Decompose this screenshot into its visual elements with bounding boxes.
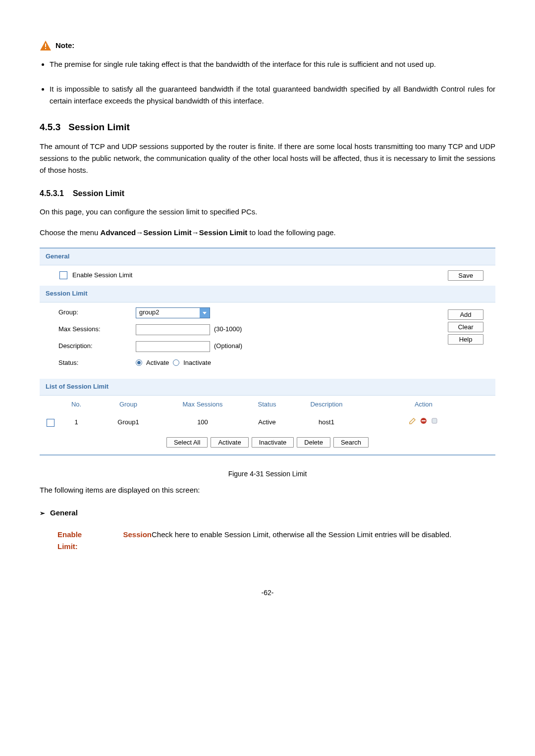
cell-no: 1 — [61, 417, 91, 428]
config-panel: General Enable Session Limit Save Sessio… — [40, 248, 495, 455]
status-label: Status: — [47, 358, 136, 368]
delete-button[interactable]: Delete — [297, 437, 330, 448]
subsection-number: 4.5.3.1 — [40, 189, 64, 198]
help-button[interactable]: Help — [448, 334, 483, 345]
menu-path-suffix: to load the following page. — [247, 228, 335, 237]
svg-marker-3 — [203, 312, 207, 314]
menu-path: Choose the menu Advanced→Session Limit→S… — [40, 227, 495, 239]
max-sessions-label: Max Sessions: — [47, 324, 136, 335]
max-sessions-input[interactable] — [136, 324, 210, 335]
more-icon[interactable] — [430, 417, 438, 425]
col-max: Max Sessions — [165, 400, 240, 410]
enable-session-checkbox[interactable] — [59, 271, 67, 279]
menu-path-prefix: Choose the menu — [40, 228, 101, 237]
chevron-down-icon — [200, 308, 210, 318]
table-row: 1 Group1 100 Active host1 — [40, 414, 495, 431]
section-title: Session Limit — [68, 122, 130, 132]
col-action: Action — [359, 400, 488, 410]
session-limit-header: Session Limit — [40, 286, 495, 302]
follow-text: The following items are displayed on thi… — [40, 484, 495, 496]
warning-icon — [40, 40, 52, 51]
col-desc: Description — [294, 400, 359, 410]
table-header-row: No. Group Max Sessions Status Descriptio… — [40, 396, 495, 414]
svg-rect-1 — [45, 44, 46, 47]
edit-icon[interactable] — [409, 417, 417, 425]
session-list-table: No. Group Max Sessions Status Descriptio… — [40, 396, 495, 431]
group-select[interactable]: group2 — [136, 307, 210, 318]
description-input[interactable] — [136, 341, 210, 352]
svg-rect-6 — [432, 418, 437, 423]
note-list: The premise for single rule taking effec… — [40, 58, 495, 107]
note-item: It is impossible to satisfy all the guar… — [50, 83, 495, 107]
activate-button[interactable]: Activate — [211, 437, 248, 448]
svg-rect-5 — [422, 420, 426, 421]
svg-rect-2 — [45, 48, 46, 49]
enable-row: Enable Session Limit — [59, 270, 132, 281]
activate-label: Activate — [146, 358, 169, 368]
add-button[interactable]: Add — [448, 309, 483, 320]
cell-status: Active — [240, 417, 294, 428]
note-label: Note: — [55, 40, 74, 51]
figure-caption: Figure 4-31 Session Limit — [40, 468, 495, 479]
triangle-bullet-icon: ➢ — [40, 508, 45, 519]
clear-button[interactable]: Clear — [448, 322, 483, 332]
general-header: General — [40, 249, 495, 265]
group-label: Group: — [47, 307, 136, 318]
activate-radio[interactable] — [136, 359, 142, 366]
general-arrow-heading: ➢General — [40, 507, 495, 519]
description-hint: (Optional) — [214, 341, 242, 352]
subsection-title: Session Limit — [73, 189, 124, 198]
general-body: Enable Session Limit Save — [40, 265, 495, 286]
note-header: Note: — [40, 40, 495, 51]
section-intro: The amount of TCP and UDP sessions suppo… — [40, 141, 495, 176]
side-buttons: Add Clear Help — [448, 307, 488, 374]
cell-group: Group1 — [91, 417, 165, 428]
section-heading: 4.5.3Session Limit — [40, 120, 495, 135]
subsection-desc: On this page, you can configure the sess… — [40, 206, 495, 218]
menu-path-bold: Advanced→Session Limit→Session Limit — [101, 228, 248, 237]
enable-session-label: Enable Session Limit — [72, 270, 132, 281]
inactivate-radio[interactable] — [173, 359, 179, 366]
col-status: Status — [240, 400, 294, 410]
section-number: 4.5.3 — [40, 122, 60, 132]
max-sessions-hint: (30-1000) — [214, 324, 242, 335]
select-all-button[interactable]: Select All — [166, 437, 208, 448]
definition-term: Enable Session Limit: — [57, 529, 152, 553]
row-checkbox[interactable] — [47, 419, 54, 427]
table-button-row: Select All Activate Inactivate Delete Se… — [40, 431, 495, 455]
note-item: The premise for single rule taking effec… — [50, 58, 495, 70]
col-group: Group — [91, 400, 165, 410]
cell-max: 100 — [165, 417, 240, 428]
subsection-heading: 4.5.3.1Session Limit — [40, 187, 495, 200]
general-arrow-label: General — [50, 508, 78, 517]
page-number: -62- — [40, 587, 495, 598]
inactivate-label: Inactivate — [183, 358, 211, 368]
definition-row: Enable Session Limit: Check here to enab… — [57, 529, 495, 553]
session-form: Group: group2 Max Sessions: (30-1000) — [40, 302, 495, 379]
group-select-value: group2 — [136, 307, 200, 318]
cell-desc: host1 — [294, 417, 359, 428]
definition-desc: Check here to enable Session Limit, othe… — [152, 529, 495, 553]
inactivate-button[interactable]: Inactivate — [252, 437, 294, 448]
description-label: Description: — [47, 341, 136, 352]
delete-icon[interactable] — [420, 417, 428, 425]
list-header: List of Session Limit — [40, 379, 495, 396]
search-button[interactable]: Search — [333, 437, 369, 448]
col-no: No. — [61, 400, 91, 410]
save-button[interactable]: Save — [448, 270, 483, 281]
